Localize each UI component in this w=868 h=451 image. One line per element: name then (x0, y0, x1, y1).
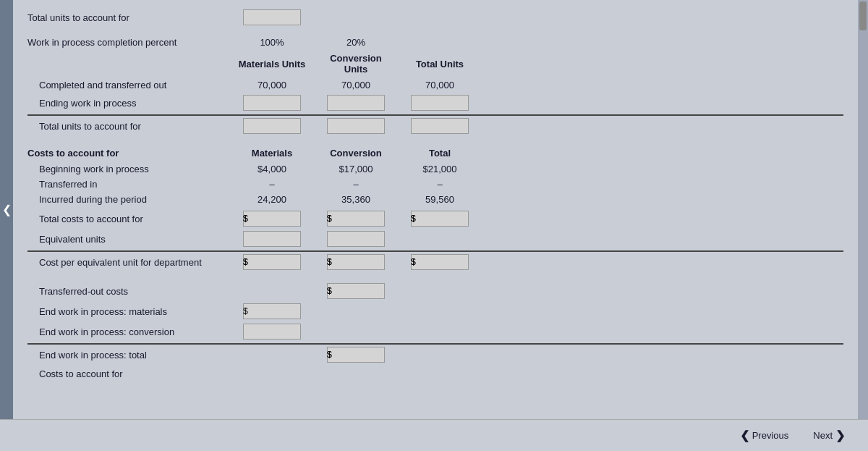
equiv-units-mat-input[interactable] (243, 231, 301, 247)
next-label: Next (813, 430, 833, 441)
col-header-conversion-units: Conversion Units (320, 53, 392, 75)
total-units-equiv-total-cell[interactable] (404, 118, 476, 134)
cost-per-equiv-conv-cell[interactable]: $ (320, 254, 392, 270)
equiv-units-mat-cell[interactable] (236, 231, 308, 247)
beginning-wip-mat: $4,000 (236, 164, 308, 174)
previous-label: Previous (752, 430, 789, 441)
conversion-pct: 20% (320, 37, 392, 48)
total-costs-row: Total costs to account for $ $ $ (27, 208, 843, 229)
costs-headers-row: Costs to account for Materials Conversio… (27, 145, 843, 161)
col-header-materials-units: Materials Units (236, 59, 308, 69)
ending-wip-conv-input[interactable] (327, 95, 385, 111)
transferred-out-label: Transferred-out costs (27, 286, 230, 297)
total-units-top-row: Total units to account for (27, 7, 843, 28)
end-wip-conv-row: End work in process: conversion (27, 321, 843, 342)
total-costs-conv-input[interactable] (327, 211, 385, 227)
scrollbar-thumb[interactable] (859, 1, 867, 30)
total-units-equiv-total-input[interactable] (411, 118, 469, 134)
content-area: Total units to account for Work in proce… (13, 0, 858, 419)
incurred-total: 59,560 (404, 194, 476, 205)
col-header-conversion: Conversion (320, 148, 392, 159)
chevron-left-icon: ❮ (740, 429, 749, 442)
total-units-equiv-row: Total units to account for (27, 114, 843, 136)
total-costs-total-cell[interactable]: $ (404, 211, 476, 227)
transferred-in-mat: – (236, 179, 308, 190)
materials-pct: 100% (236, 37, 308, 48)
end-wip-total-conv-input[interactable] (327, 347, 385, 363)
end-wip-mat-cell[interactable]: $ (236, 303, 308, 319)
completed-transferred-label: Completed and transferred out (27, 80, 230, 90)
incurred-label: Incurred during the period (27, 194, 230, 205)
next-button[interactable]: Next ❯ (804, 426, 854, 445)
end-wip-total-row: End work in process: total $ (27, 343, 843, 365)
equiv-units-conv-input[interactable] (327, 231, 385, 247)
total-units-top-label: Total units to account for (27, 12, 230, 23)
cost-per-equiv-total-cell[interactable]: $ (404, 254, 476, 270)
ending-wip-row: Ending work in process (27, 93, 843, 113)
completed-transferred-row: Completed and transferred out 70,000 70,… (27, 77, 843, 93)
cost-per-equiv-conv-input[interactable] (327, 254, 385, 270)
col-header-total: Total (404, 148, 476, 159)
ending-wip-total-input[interactable] (411, 95, 469, 111)
cost-per-equiv-label: Cost per equivalent unit for department (27, 257, 230, 268)
equiv-units-headers: Materials Units Conversion Units Total U… (27, 50, 843, 77)
transferred-out-conv-input[interactable] (327, 283, 385, 299)
ending-wip-label: Ending work in process (27, 98, 230, 109)
total-costs-mat-input[interactable] (243, 211, 301, 227)
scrollbar[interactable] (858, 0, 868, 419)
cost-per-equiv-mat-input[interactable] (243, 254, 301, 270)
completed-mat-value: 70,000 (236, 80, 308, 90)
total-units-equiv-conv-cell[interactable] (320, 118, 392, 134)
incurred-row: Incurred during the period 24,200 35,360… (27, 192, 843, 207)
col-header-materials: Materials (236, 148, 308, 159)
total-costs-label: Total costs to account for (27, 214, 230, 224)
total-units-equiv-label: Total units to account for (27, 121, 230, 132)
total-units-equiv-mat-cell[interactable] (236, 118, 308, 134)
completed-total-value: 70,000 (404, 80, 476, 90)
beginning-wip-label: Beginning work in process (27, 164, 230, 174)
ending-wip-mat-input[interactable] (243, 95, 301, 111)
total-units-equiv-conv-input[interactable] (327, 118, 385, 134)
col-header-total-units: Total Units (404, 59, 476, 69)
incurred-conv: 35,360 (320, 194, 392, 205)
costs-to-account-bottom-row: Costs to account for (27, 366, 843, 382)
end-wip-total-label: End work in process: total (27, 350, 230, 361)
left-nav-button[interactable]: ❮ (0, 0, 13, 419)
equiv-units-conv-cell[interactable] (320, 231, 392, 247)
left-arrow-icon: ❮ (2, 203, 12, 216)
total-units-top-input[interactable] (236, 9, 308, 25)
chevron-right-icon: ❯ (835, 429, 845, 442)
beginning-wip-total: $21,000 (404, 164, 476, 174)
incurred-mat: 24,200 (236, 194, 308, 205)
bottom-nav: ❮ Previous Next ❯ (0, 419, 868, 451)
cost-per-equiv-mat-cell[interactable]: $ (236, 254, 308, 270)
ending-wip-mat-cell[interactable] (236, 95, 308, 111)
total-units-top-field[interactable] (243, 9, 301, 25)
transferred-in-label: Transferred in (27, 179, 230, 190)
end-wip-conv-label: End work in process: conversion (27, 326, 230, 337)
end-wip-total-conv-cell[interactable]: $ (320, 347, 392, 363)
transferred-out-row: Transferred-out costs $ (27, 281, 843, 301)
end-wip-mat-row: End work in process: materials $ (27, 301, 843, 321)
transferred-in-total: – (404, 179, 476, 190)
equivalent-units-label: Equivalent units (27, 234, 230, 245)
beginning-wip-row: Beginning work in process $4,000 $17,000… (27, 161, 843, 177)
total-costs-total-input[interactable] (411, 211, 469, 227)
end-wip-mat-input[interactable] (243, 303, 301, 319)
cost-per-equiv-total-input[interactable] (411, 254, 469, 270)
transferred-out-conv-cell[interactable]: $ (320, 283, 392, 299)
wip-completion-label: Work in process completion percent (27, 37, 230, 48)
total-units-equiv-mat-input[interactable] (243, 118, 301, 134)
beginning-wip-conv: $17,000 (320, 164, 392, 174)
equivalent-units-row: Equivalent units (27, 229, 843, 249)
total-costs-mat-cell[interactable]: $ (236, 211, 308, 227)
cost-per-equiv-row: Cost per equivalent unit for department … (27, 250, 843, 272)
ending-wip-conv-cell[interactable] (320, 95, 392, 111)
ending-wip-total-cell[interactable] (404, 95, 476, 111)
end-wip-mat-label: End work in process: materials (27, 306, 230, 317)
end-wip-conv-input[interactable] (243, 324, 301, 340)
previous-button[interactable]: ❮ Previous (731, 426, 798, 445)
total-costs-conv-cell[interactable]: $ (320, 211, 392, 227)
wip-completion-row: Work in process completion percent 100% … (27, 35, 843, 50)
end-wip-conv-cell[interactable] (236, 324, 308, 340)
